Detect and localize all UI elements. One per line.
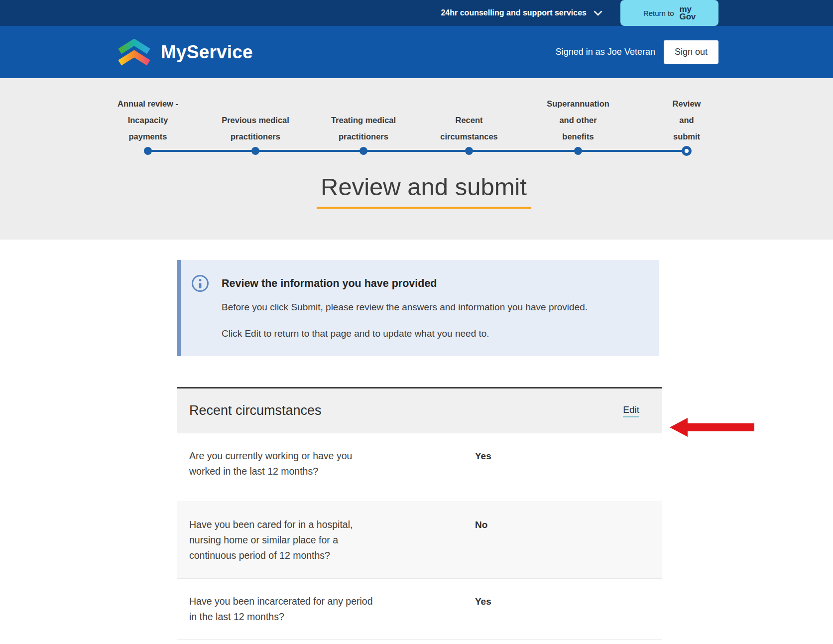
brand-name: MyService [161,42,253,63]
info-paragraph: Before you click Submit, please review t… [222,301,639,314]
step-dot [251,147,259,155]
return-to-label: Return to [643,9,674,17]
review-row-working: Are you currently working or have you wo… [177,433,662,502]
support-services-label: 24hr counselling and support services [441,8,587,17]
title-underline [317,207,531,209]
step-dot-current [682,146,692,156]
step-dot [574,147,582,155]
info-paragraph: Click Edit to return to that page and to… [222,327,639,341]
support-services-menu[interactable]: 24hr counselling and support services [441,8,602,17]
review-section-title: Recent circumstances [189,403,322,418]
answer-text: Yes [475,448,650,487]
answer-text: Yes [475,594,650,625]
review-card-header: Recent circumstances Edit [177,388,662,433]
review-row-incarcerated: Have you been incarcerated for any perio… [177,579,662,640]
review-row-hospital-care: Have you been cared for in a hospital, n… [177,502,662,579]
progress-section: Annual review - Incapacity payments Prev… [0,78,833,240]
brand: MyService [116,39,253,66]
info-callout: Review the information you have provided… [177,260,659,356]
step-dot [359,147,367,155]
question-text: Have you been incarcerated for any perio… [189,594,475,625]
app-header: MyService Signed in as Joe Veteran Sign … [0,26,833,78]
page-title: Review and submit [317,173,531,201]
stepper-line [148,150,687,152]
signed-in-text: Signed in as Joe Veteran [556,47,655,57]
question-text: Have you been cared for in a hospital, n… [189,517,475,563]
info-heading: Review the information you have provided [222,277,437,290]
return-to-mygov-button[interactable]: Return to my Gov [620,0,718,26]
myservice-logo-icon [116,39,152,66]
review-card-recent-circumstances: Recent circumstances Edit Are you curren… [177,387,662,640]
step-dot [144,147,152,155]
info-icon [192,275,209,292]
question-text: Are you currently working or have you wo… [189,448,475,487]
mygov-logo: my Gov [680,5,696,20]
answer-text: No [475,517,650,563]
main-content: Review the information you have provided… [0,260,833,640]
sign-out-button[interactable]: Sign out [664,40,718,64]
chevron-down-icon [594,10,602,16]
edit-link[interactable]: Edit [623,404,639,417]
utility-bar: 24hr counselling and support services Re… [0,0,833,26]
step-dot [465,147,473,155]
edit-pointer-arrow [670,417,754,438]
